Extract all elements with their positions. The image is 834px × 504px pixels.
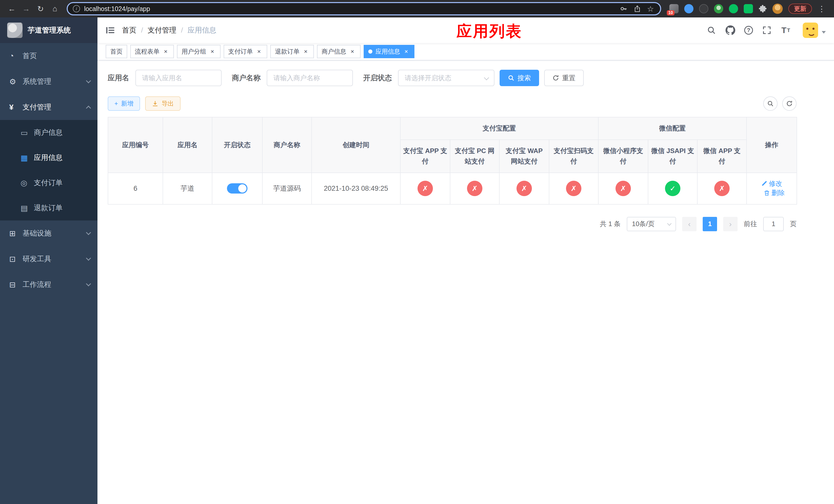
close-icon[interactable] bbox=[349, 48, 356, 55]
status-select[interactable]: 请选择开启状态 bbox=[398, 70, 495, 86]
font-size-icon[interactable] bbox=[781, 25, 791, 36]
chevron-up-icon bbox=[86, 106, 91, 111]
breadcrumb-payment[interactable]: 支付管理 bbox=[148, 25, 176, 35]
sidebar-logo[interactable]: 芋道管理系统 bbox=[0, 18, 97, 43]
url-text: localhost:1024/pay/app bbox=[84, 5, 616, 13]
sidebar-item-home[interactable]: 首页 bbox=[0, 43, 97, 69]
page-content: 应用名 商户名称 开启状态 请选择开启状态 搜索 bbox=[97, 61, 834, 504]
share-icon[interactable] bbox=[634, 5, 641, 12]
sidebar-item-system[interactable]: 系统管理 bbox=[0, 69, 97, 94]
close-icon[interactable] bbox=[256, 48, 263, 55]
navbar-actions bbox=[706, 23, 826, 38]
page-size-select[interactable]: 10条/页 bbox=[627, 217, 676, 231]
prev-page-button[interactable] bbox=[682, 217, 697, 231]
close-icon[interactable] bbox=[403, 48, 410, 55]
sidebar-item-infrastructure[interactable]: 基础设施 bbox=[0, 221, 97, 246]
docs-icon[interactable] bbox=[744, 26, 753, 35]
sidebar-item-refund-orders[interactable]: 退款订单 bbox=[0, 196, 97, 221]
password-key-icon[interactable] bbox=[620, 5, 628, 13]
close-icon[interactable] bbox=[162, 48, 169, 55]
app-table: 应用编号 应用名 开启状态 商户名称 创建时间 支付宝配置 微信配置 操作 支付… bbox=[108, 117, 796, 205]
breadcrumb-separator bbox=[181, 26, 183, 35]
bookmark-star-icon[interactable] bbox=[647, 4, 654, 13]
col-header-status: 开启状态 bbox=[212, 117, 262, 173]
tab-merchant-info[interactable]: 商户信息 bbox=[317, 45, 360, 58]
sidebar-item-devtools[interactable]: 研发工具 bbox=[0, 246, 97, 272]
extension-icon-blue[interactable] bbox=[684, 4, 694, 13]
tab-home[interactable]: 首页 bbox=[106, 45, 127, 58]
extension-icon-chat[interactable] bbox=[744, 4, 753, 13]
user-menu[interactable] bbox=[803, 23, 826, 38]
edit-link-label: 修改 bbox=[769, 179, 782, 188]
browser-forward-button[interactable] bbox=[20, 2, 33, 15]
cell-alipay-app bbox=[400, 173, 450, 204]
browser-back-button[interactable] bbox=[5, 2, 19, 15]
devtools-icon bbox=[9, 255, 23, 264]
reset-button[interactable]: 重置 bbox=[544, 70, 584, 86]
delete-link-label: 删除 bbox=[771, 188, 785, 198]
browser-menu-icon[interactable] bbox=[818, 4, 826, 13]
sidebar-item-pay-orders[interactable]: 支付订单 bbox=[0, 170, 97, 196]
browser-profile-avatar[interactable] bbox=[772, 4, 783, 14]
col-header-app-name: 应用名 bbox=[163, 117, 212, 173]
tab-app-info[interactable]: 应用信息 bbox=[364, 45, 414, 58]
edit-link[interactable]: 修改 bbox=[761, 179, 782, 188]
workflow-icon bbox=[9, 280, 23, 289]
infrastructure-icon bbox=[9, 229, 23, 238]
cell-alipay-qr bbox=[549, 173, 598, 204]
sidebar-item-payment[interactable]: 支付管理 bbox=[0, 94, 97, 120]
extension-icon-1[interactable]: 10 bbox=[670, 4, 679, 13]
app-title: 芋道管理系统 bbox=[28, 25, 71, 35]
chrome-update-button[interactable]: 更新 bbox=[788, 4, 812, 14]
delete-link[interactable]: 删除 bbox=[764, 188, 785, 198]
goto-page-input[interactable] bbox=[763, 217, 784, 231]
status-toggle[interactable] bbox=[227, 183, 247, 193]
hamburger-icon[interactable] bbox=[106, 26, 115, 35]
extension-icon-avatar[interactable] bbox=[714, 4, 723, 13]
cell-created: 2021-10-23 08:49:25 bbox=[312, 173, 400, 204]
avatar[interactable] bbox=[803, 23, 818, 38]
export-button[interactable]: 导出 bbox=[145, 96, 180, 111]
search-button[interactable]: 搜索 bbox=[500, 70, 539, 86]
merchant-name-input[interactable] bbox=[267, 70, 353, 86]
breadcrumb-home[interactable]: 首页 bbox=[122, 25, 136, 35]
col-group-wechat: 微信配置 bbox=[598, 117, 747, 140]
browser-reload-button[interactable] bbox=[34, 2, 47, 15]
sidebar-item-app-info[interactable]: 应用信息 bbox=[0, 145, 97, 170]
close-icon[interactable] bbox=[209, 48, 216, 55]
pagination: 共 1 条 10条/页 1 前往 页 bbox=[108, 217, 796, 231]
sidebar-item-label: 研发工具 bbox=[23, 254, 51, 264]
tab-refund-orders[interactable]: 退款订单 bbox=[270, 45, 314, 58]
sidebar-item-label: 应用信息 bbox=[34, 153, 63, 162]
address-bar[interactable]: localhost:1024/pay/app bbox=[67, 2, 661, 15]
search-icon[interactable] bbox=[706, 25, 717, 36]
extensions-puzzle-icon[interactable] bbox=[759, 5, 767, 13]
browser-home-button[interactable] bbox=[48, 2, 62, 15]
site-info-icon[interactable] bbox=[73, 5, 80, 12]
extension-icon-dark[interactable] bbox=[699, 4, 708, 13]
dashboard-icon bbox=[9, 51, 23, 60]
tab-pay-orders[interactable]: 支付订单 bbox=[224, 45, 267, 58]
refresh-button[interactable] bbox=[782, 96, 796, 111]
show-search-toggle-button[interactable] bbox=[763, 96, 777, 111]
github-icon[interactable] bbox=[725, 25, 736, 36]
col-header-wx-jsapi: 微信 JSAPI 支付 bbox=[648, 140, 697, 173]
tab-user-group[interactable]: 用户分组 bbox=[177, 45, 221, 58]
next-page-button[interactable] bbox=[723, 217, 738, 231]
app-name-input[interactable] bbox=[135, 70, 222, 86]
caret-down-icon bbox=[822, 31, 826, 33]
tab-label: 商户信息 bbox=[322, 47, 346, 55]
sidebar-item-workflow[interactable]: 工作流程 bbox=[0, 272, 97, 297]
extension-icon-wechat[interactable] bbox=[729, 4, 738, 13]
fullscreen-icon[interactable] bbox=[762, 25, 772, 36]
add-button-label: 新增 bbox=[121, 99, 133, 108]
page-number-button[interactable]: 1 bbox=[703, 217, 717, 231]
cell-wx-jsapi bbox=[648, 173, 697, 204]
close-icon[interactable] bbox=[302, 48, 309, 55]
add-button[interactable]: 新增 bbox=[108, 96, 140, 111]
tab-process-form[interactable]: 流程表单 bbox=[130, 45, 174, 58]
sidebar-item-merchant-info[interactable]: 商户信息 bbox=[0, 120, 97, 145]
cross-circle-icon bbox=[467, 181, 482, 196]
col-header-alipay-app: 支付宝 APP 支付 bbox=[400, 140, 450, 173]
tab-label: 退款订单 bbox=[275, 47, 300, 55]
